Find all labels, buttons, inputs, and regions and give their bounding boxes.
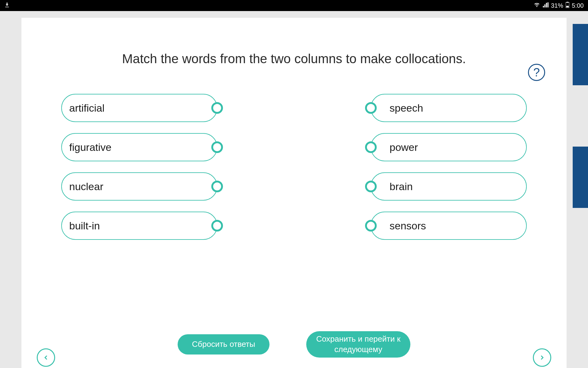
connector-right[interactable]: [365, 220, 377, 232]
svg-rect-1: [567, 2, 568, 2]
action-buttons: Сбросить ответы Сохранить и перейти к сл…: [178, 331, 410, 358]
left-item-label: artificial: [69, 102, 104, 114]
next-arrow-button[interactable]: [533, 348, 551, 367]
side-tab-top[interactable]: [573, 24, 588, 85]
connector-right[interactable]: [365, 102, 377, 114]
left-item-figurative[interactable]: figurative: [61, 133, 217, 161]
left-item-nuclear[interactable]: nuclear: [61, 172, 217, 201]
left-item-label: nuclear: [69, 181, 104, 193]
reset-button[interactable]: Сбросить ответы: [178, 334, 270, 355]
left-item-artificial[interactable]: artificial: [61, 94, 217, 122]
side-tab-bottom[interactable]: [573, 147, 588, 208]
right-item-speech[interactable]: speech: [371, 94, 527, 122]
right-item-label: speech: [390, 102, 423, 114]
left-item-label: built-in: [69, 220, 100, 232]
connector-right[interactable]: [365, 181, 377, 192]
right-item-label: power: [390, 141, 418, 153]
prev-arrow-button[interactable]: [37, 348, 55, 367]
right-column: speech power brain sensors: [371, 94, 527, 240]
status-bar: 31% 5:00: [0, 0, 588, 11]
connector-left[interactable]: [211, 141, 223, 153]
left-column: artificial figurative nuclear built-in: [61, 94, 217, 240]
right-item-label: sensors: [390, 220, 426, 232]
connector-left[interactable]: [211, 102, 223, 114]
left-item-builtin[interactable]: built-in: [61, 212, 217, 240]
save-next-button[interactable]: Сохранить и перейти к следующему: [306, 331, 410, 358]
right-item-label: brain: [390, 181, 413, 193]
match-columns: artificial figurative nuclear built-in s…: [46, 94, 542, 240]
right-item-brain[interactable]: brain: [371, 172, 527, 201]
connector-left[interactable]: [211, 181, 223, 192]
help-icon: ?: [533, 66, 540, 79]
connector-right[interactable]: [365, 141, 377, 153]
wifi-icon: [534, 2, 540, 10]
right-item-power[interactable]: power: [371, 133, 527, 161]
battery-icon: [566, 2, 569, 10]
clock-time: 5:00: [572, 2, 584, 9]
exercise-card: Match the words from the two columns to …: [21, 18, 567, 368]
download-icon: [4, 2, 10, 9]
connector-left[interactable]: [211, 220, 223, 232]
instruction-text: Match the words from the two columns to …: [46, 52, 542, 66]
battery-percent: 31%: [551, 2, 563, 9]
left-item-label: figurative: [69, 141, 111, 153]
signal-icon: [542, 2, 548, 10]
right-item-sensors[interactable]: sensors: [371, 212, 527, 240]
svg-rect-2: [566, 6, 569, 7]
help-button[interactable]: ?: [528, 64, 545, 81]
